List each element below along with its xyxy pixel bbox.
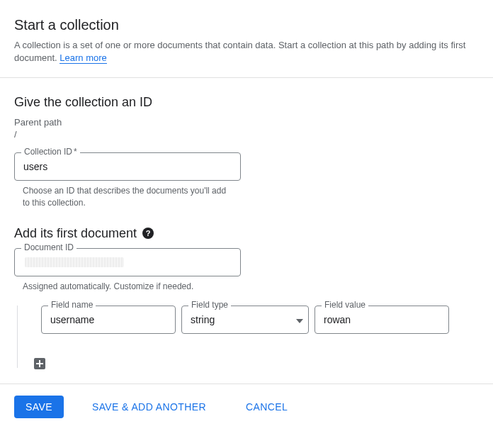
required-mark: * [74,147,77,157]
dialog-description: A collection is a set of one or more doc… [14,39,468,65]
tree-line [17,306,18,368]
parent-path-value: / [14,129,479,140]
field-value-input[interactable] [314,306,449,334]
save-add-another-button[interactable]: SAVE & ADD ANOTHER [81,396,217,418]
dialog-footer: SAVE SAVE & ADD ANOTHER CANCEL [0,383,493,430]
collection-id-label: Collection ID* [21,147,80,157]
field-name-input[interactable] [41,306,176,334]
section-add-doc-title: Add its first document ? [14,226,479,241]
field-value-label: Field value [322,300,368,310]
cancel-button[interactable]: CANCEL [234,396,299,418]
document-id-masked-value [25,257,124,267]
collection-id-input[interactable] [14,152,241,181]
document-id-input[interactable] [14,248,241,276]
dialog-title: Start a collection [14,17,479,33]
field-type-label: Field type [188,300,231,310]
field-name-label: Field name [48,300,96,310]
save-button[interactable]: SAVE [14,396,64,418]
help-icon[interactable]: ? [142,228,154,239]
plus-icon [36,360,43,367]
collection-id-helper: Choose an ID that describes the document… [23,185,235,209]
collection-id-label-text: Collection ID [24,147,72,157]
add-field-button[interactable] [34,358,45,369]
learn-more-link[interactable]: Learn more [60,52,106,64]
field-type-select[interactable] [181,306,309,334]
parent-path-label: Parent path [14,117,479,128]
document-id-helper: Assigned automatically. Customize if nee… [23,281,235,293]
section-add-doc-title-text: Add its first document [14,226,137,241]
document-id-label: Document ID [21,242,76,252]
section-give-id-title: Give the collection an ID [14,95,479,110]
